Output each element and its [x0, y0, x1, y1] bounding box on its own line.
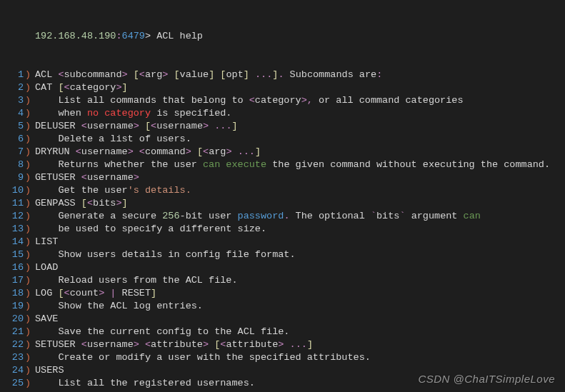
output-line: 5)DELUSER <username> [<username> ...]: [0, 120, 565, 133]
line-content: Get the user's details.: [32, 184, 191, 197]
line-number: 15: [0, 248, 25, 261]
line-content: Reload users from the ACL file.: [32, 274, 238, 287]
port: 6479: [122, 31, 145, 41]
terminal-output: 192.168.48.190:6479> ACL help 1)ACL <sub…: [0, 0, 565, 392]
paren-icon: ): [25, 210, 32, 223]
output-line: 10) Get the user's details.: [0, 184, 565, 197]
line-number: 23: [0, 351, 25, 364]
paren-icon: ): [25, 81, 32, 94]
paren-icon: ): [25, 107, 32, 120]
output-line: 1)ACL <subcommand> [<arg> [value] [opt] …: [0, 69, 565, 81]
paren-icon: ): [25, 184, 32, 197]
paren-icon: ): [25, 274, 32, 287]
line-content: LOG [<count> | RESET]: [32, 287, 156, 300]
output-line: 20)SAVE: [0, 313, 565, 326]
output-line: 17) Reload users from the ACL file.: [0, 274, 565, 287]
line-content: DRYRUN <username> <command> [<arg> ...]: [32, 146, 261, 159]
paren-icon: ): [25, 326, 32, 338]
line-number: 5: [0, 120, 25, 133]
line-content: List all the registered usernames.: [32, 377, 255, 390]
output-line: 9)GETUSER <username>: [0, 171, 565, 184]
line-content: Save the current config to the ACL file.: [32, 326, 289, 338]
line-content: Show users details in config file format…: [32, 248, 296, 261]
output-line: 6) Delete a list of users.: [0, 133, 565, 146]
output-line: 3) List all commands that belong to <cat…: [0, 94, 565, 107]
line-content: Returns whether the user can execute the…: [32, 159, 550, 171]
paren-icon: ): [25, 377, 32, 390]
line-number: 2: [0, 81, 25, 94]
paren-icon: ): [25, 159, 32, 171]
line-number: 1: [0, 69, 25, 81]
line-number: 21: [0, 326, 25, 338]
line-content: when no category is specified.: [32, 107, 231, 120]
line-number: 19: [0, 300, 25, 313]
line-number: 22: [0, 338, 25, 351]
paren-icon: ): [25, 69, 32, 81]
paren-icon: ): [25, 223, 32, 236]
line-content: SETUSER <username> <attribute> [<attribu…: [32, 338, 313, 351]
watermark-text: CSDN @ChaITSimpleLove: [418, 373, 555, 385]
prompt-content: 192.168.48.190:6479> ACL help: [32, 30, 203, 43]
line-number: 12: [0, 210, 25, 223]
paren-icon: ): [25, 261, 32, 274]
output-line: 14)LIST: [0, 236, 565, 248]
output-line: 2)CAT [<category>]: [0, 81, 565, 94]
output-line: 18)LOG [<count> | RESET]: [0, 287, 565, 300]
line-number: 25: [0, 377, 25, 390]
output-line: 21) Save the current config to the ACL f…: [0, 326, 565, 338]
line-content: LIST: [32, 236, 58, 248]
line-content: DELUSER <username> [<username> ...]: [32, 120, 238, 133]
output-line: 15) Show users details in config file fo…: [0, 248, 565, 261]
line-number: 24: [0, 364, 25, 377]
line-number: 3: [0, 94, 25, 107]
paren-icon: ): [25, 94, 32, 107]
line-content: Create or modify a user with the specifi…: [32, 351, 371, 364]
line-number: 8: [0, 159, 25, 171]
paren-icon: ): [25, 171, 32, 184]
line-content: ACL <subcommand> [<arg> [value] [opt] ..…: [32, 69, 382, 81]
output-line: 23) Create or modify a user with the spe…: [0, 351, 565, 364]
paren-icon: ): [25, 338, 32, 351]
paren-icon: ): [25, 197, 32, 210]
paren-icon: ): [25, 364, 32, 377]
line-number: 10: [0, 184, 25, 197]
paren-icon: ): [25, 120, 32, 133]
output-line: 12) Generate a secure 256-bit user passw…: [0, 210, 565, 223]
line-content: GENPASS [<bits>]: [32, 197, 128, 210]
line-number: 20: [0, 313, 25, 326]
line-number: 18: [0, 287, 25, 300]
line-number: 7: [0, 146, 25, 159]
line-number: 4: [0, 107, 25, 120]
line-content: CAT [<category>]: [32, 81, 128, 94]
output-line: 11)GENPASS [<bits>]: [0, 197, 565, 210]
paren-icon: ): [25, 313, 32, 326]
line-content: USERS: [32, 364, 64, 377]
paren-icon: ): [25, 351, 32, 364]
line-number: 13: [0, 223, 25, 236]
line-content: LOAD: [32, 261, 58, 274]
output-line: 13) be used to specify a different size.: [0, 223, 565, 236]
paren-icon: ): [25, 236, 32, 248]
line-number: 6: [0, 133, 25, 146]
line-content: GETUSER <username>: [32, 171, 139, 184]
paren-icon: ): [25, 300, 32, 313]
paren-icon: ): [25, 146, 32, 159]
line-content: be used to specify a different size.: [32, 223, 266, 236]
output-line: 8) Returns whether the user can execute …: [0, 159, 565, 171]
line-content: Delete a list of users.: [32, 133, 191, 146]
line-number: 16: [0, 261, 25, 274]
line-number: 11: [0, 197, 25, 210]
line-number: 14: [0, 236, 25, 248]
line-number: 9: [0, 171, 25, 184]
line-content: SAVE: [32, 313, 58, 326]
line-number: 17: [0, 274, 25, 287]
prompt-line: 192.168.48.190:6479> ACL help: [0, 30, 565, 43]
output-line: 7)DRYRUN <username> <command> [<arg> ...…: [0, 146, 565, 159]
output-line: 4) when no category is specified.: [0, 107, 565, 120]
output-line: 16)LOAD: [0, 261, 565, 274]
paren-icon: ): [25, 287, 32, 300]
line-content: Generate a secure 256-bit user password.…: [32, 210, 481, 223]
host-ip: 192.168.48.190: [35, 31, 116, 41]
output-line: 22)SETUSER <username> <attribute> [<attr…: [0, 338, 565, 351]
paren-icon: ): [25, 248, 32, 261]
